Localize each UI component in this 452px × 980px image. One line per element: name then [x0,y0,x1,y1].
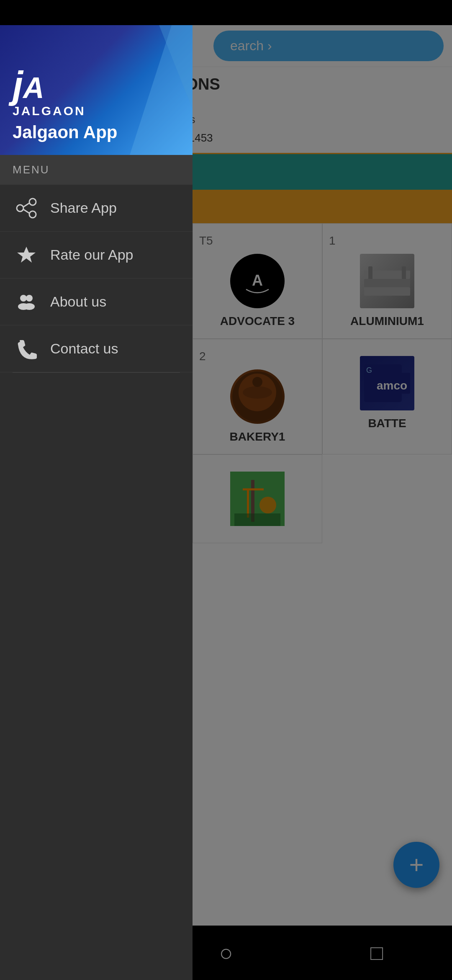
svg-line-29 [23,203,29,207]
menu-divider [13,372,180,373]
logo-jalgaon-text: JALGAON [13,104,86,118]
group-icon [15,290,38,313]
svg-point-27 [17,205,23,211]
drawer-header: jA JALGAON Jalgaon App [0,25,193,155]
logo-ja-text: jA [13,66,44,104]
menu-item-rate[interactable]: Rate our App [0,232,193,279]
menu-item-about[interactable]: About us [0,279,193,325]
contact-us-label: Contact us [50,340,118,357]
phone-icon [15,337,38,360]
svg-point-33 [26,295,33,302]
svg-point-26 [29,199,36,205]
svg-point-35 [24,303,35,310]
share-icon [15,196,38,219]
rate-app-label: Rate our App [50,247,133,263]
navigation-drawer: jA JALGAON Jalgaon App MENU Share App Ra… [0,25,193,980]
status-bar [0,0,452,25]
svg-point-28 [29,211,36,218]
svg-point-32 [20,295,27,302]
menu-item-share[interactable]: Share App [0,185,193,232]
svg-marker-31 [17,247,36,263]
svg-line-30 [23,209,29,213]
share-app-label: Share App [50,200,117,216]
menu-item-contact[interactable]: Contact us [0,325,193,372]
drawer-header-bg [109,25,193,155]
menu-label: MENU [0,155,193,185]
about-us-label: About us [50,294,106,310]
star-icon [15,243,38,266]
